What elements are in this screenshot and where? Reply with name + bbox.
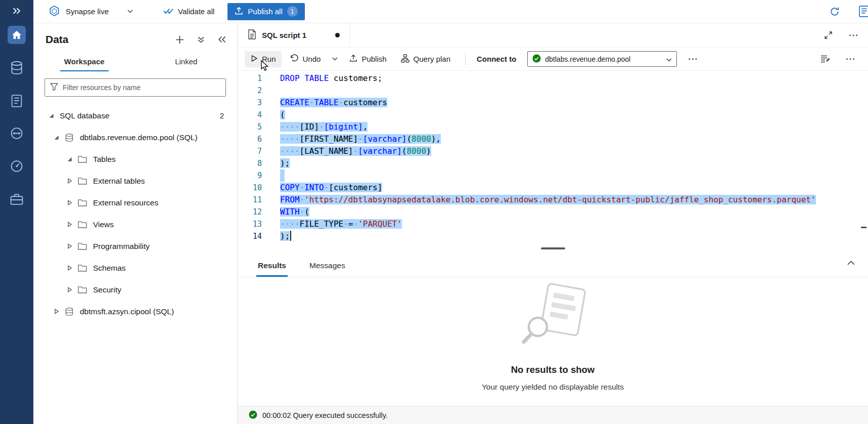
code-line-6[interactable]: 6····[FIRST_NAME]·[varchar](8000), xyxy=(238,133,868,145)
monitor-hub-icon[interactable] xyxy=(10,159,24,173)
results-panel: Results Messages xyxy=(238,252,868,424)
line-number: 7 xyxy=(238,145,273,157)
code-line-8[interactable]: 8); xyxy=(238,157,868,169)
code-line-11[interactable]: 11FROM·'https://dbtlabsynapsedatalake.bl… xyxy=(238,194,868,206)
tree-item-dbtmsft-azsyn-cipool-sql[interactable]: dbtmsft.azsyn.cipool (SQL) xyxy=(33,301,237,322)
selection-highlight: COPY·INTO·[customers] xyxy=(280,183,382,192)
chevron-collapsed-icon[interactable] xyxy=(67,265,73,271)
chevron-expanded-icon[interactable] xyxy=(49,113,55,118)
expand-editor-icon[interactable] xyxy=(823,30,834,40)
tree-item-external-tables[interactable]: External tables xyxy=(33,170,237,192)
sql-code-editor[interactable]: 1DROP TABLE customers;23CREATE·TABLE·cus… xyxy=(238,71,868,252)
selection-highlight: ( xyxy=(280,110,285,119)
tab-sql-script-1[interactable]: SQL script 1 xyxy=(238,23,350,47)
collapse-results-chevron-icon[interactable] xyxy=(846,260,856,266)
editor-more-icon[interactable]: ··· xyxy=(845,54,857,64)
tree-item-sql-database[interactable]: SQL database2 xyxy=(33,105,237,126)
query-plan-button[interactable]: Query plan xyxy=(395,51,456,68)
tree-item-label: SQL database xyxy=(60,111,110,120)
code-line-1[interactable]: 1DROP TABLE customers; xyxy=(238,72,868,84)
code-line-12[interactable]: 12WITH·( xyxy=(238,206,868,218)
code-line-5[interactable]: 5····[ID]·[bigint], xyxy=(238,121,868,133)
play-icon xyxy=(250,55,258,64)
undo-button[interactable]: Undo xyxy=(285,51,327,67)
run-button[interactable]: Run xyxy=(245,51,282,67)
tab-results[interactable]: Results xyxy=(258,261,286,277)
line-number: 11 xyxy=(238,194,273,206)
workspace-mode-button[interactable]: Synapse live xyxy=(49,5,133,18)
validate-all-button[interactable]: Validate all xyxy=(163,7,214,16)
code-line-13[interactable]: 13····FILE_TYPE·=·'PARQUET' xyxy=(238,218,868,230)
tree-item-security[interactable]: Security xyxy=(33,279,237,301)
undo-label: Undo xyxy=(303,55,321,63)
develop-hub-icon[interactable] xyxy=(11,94,23,108)
validate-all-label: Validate all xyxy=(178,7,214,16)
publish-all-button[interactable]: Publish all 1 xyxy=(227,3,304,20)
code-text: ); xyxy=(273,157,290,169)
folder-icon xyxy=(78,221,88,228)
collapse-panel-icon[interactable] xyxy=(217,35,227,44)
line-number: 5 xyxy=(238,121,273,133)
tree-item-schemas[interactable]: Schemas xyxy=(33,257,237,279)
line-number: 3 xyxy=(238,97,273,109)
expand-rail-icon[interactable] xyxy=(13,7,21,15)
publish-button[interactable]: Publish xyxy=(344,51,392,67)
folder-icon xyxy=(78,199,88,206)
selection-highlight: ); xyxy=(280,231,290,241)
code-text: ····FILE_TYPE·=·'PARQUET' xyxy=(273,218,402,230)
code-line-3[interactable]: 3CREATE·TABLE·customers xyxy=(238,97,868,109)
pool-dropdown-value: dbtlabs.revenue.demo.pool xyxy=(545,55,662,63)
chevron-expanded-icon[interactable] xyxy=(54,135,60,140)
tree-item-programmability[interactable]: Programmability xyxy=(33,235,237,257)
chevron-collapsed-icon[interactable] xyxy=(54,309,60,314)
code-line-7[interactable]: 7····[LAST_NAME]·[varchar](8000) xyxy=(238,145,868,157)
chevron-collapsed-icon[interactable] xyxy=(67,178,73,184)
folder-icon xyxy=(78,242,88,250)
tab-linked[interactable]: Linked xyxy=(135,52,238,71)
code-line-9[interactable]: 9 xyxy=(238,169,868,182)
connect-to-pool-dropdown[interactable]: dbtlabs.revenue.demo.pool xyxy=(527,51,677,67)
code-text xyxy=(273,169,285,182)
data-hub-icon[interactable] xyxy=(10,61,23,75)
notebook-panel-icon[interactable] xyxy=(858,5,868,18)
code-line-10[interactable]: 10COPY·INTO·[customers] xyxy=(238,182,868,194)
unsaved-changes-dot xyxy=(335,33,340,37)
panel-resize-grip[interactable] xyxy=(541,247,565,249)
tab-more-icon[interactable]: ··· xyxy=(848,30,860,40)
chevron-collapsed-icon[interactable] xyxy=(67,200,73,205)
filter-box xyxy=(44,78,226,97)
manage-hub-icon[interactable] xyxy=(10,193,24,205)
chevron-collapsed-icon[interactable] xyxy=(67,222,73,227)
selection-highlight: ····FILE_TYPE·=·'PARQUET' xyxy=(280,219,402,229)
chevron-expanded-icon[interactable] xyxy=(67,156,73,162)
collapse-all-icon[interactable] xyxy=(196,35,206,45)
code-line-14[interactable]: 14); xyxy=(238,230,868,242)
add-resource-icon[interactable] xyxy=(174,34,185,45)
folder-icon xyxy=(78,177,88,185)
selection-highlight: CREATE·TABLE·customers xyxy=(280,98,387,107)
tab-workspace[interactable]: Workspace xyxy=(33,52,135,71)
filter-resources-input[interactable] xyxy=(63,83,220,92)
tree-item-external-resources[interactable]: External resources xyxy=(33,192,237,214)
chevron-collapsed-icon[interactable] xyxy=(67,243,73,249)
query-plan-label: Query plan xyxy=(414,55,450,63)
home-icon[interactable] xyxy=(8,26,26,44)
item-count-badge: 2 xyxy=(220,111,237,120)
tree-item-dbtlabs-revenue-demo-pool-sql[interactable]: dbtlabs.revenue.demo.pool (SQL) xyxy=(33,126,237,148)
editor-area: SQL script 1 ··· R xyxy=(238,23,868,424)
tab-messages[interactable]: Messages xyxy=(309,261,345,277)
toolbar-more-icon[interactable]: ··· xyxy=(687,54,699,64)
line-number: 6 xyxy=(238,133,273,145)
code-line-2[interactable]: 2 xyxy=(238,84,868,97)
selection-highlight xyxy=(280,169,285,182)
chevron-collapsed-icon[interactable] xyxy=(67,287,73,292)
undo-dropdown-chevron-icon[interactable] xyxy=(329,54,341,64)
selection-highlight: ····[FIRST_NAME]·[varchar](8000), xyxy=(280,134,441,144)
tree-item-tables[interactable]: Tables xyxy=(33,148,237,170)
format-query-icon[interactable] xyxy=(819,54,831,64)
integrate-hub-icon[interactable] xyxy=(10,126,24,140)
code-line-4[interactable]: 4( xyxy=(238,109,868,121)
refresh-icon[interactable] xyxy=(829,6,841,18)
tree-item-views[interactable]: Views xyxy=(33,214,237,235)
line-number: 10 xyxy=(238,182,273,194)
